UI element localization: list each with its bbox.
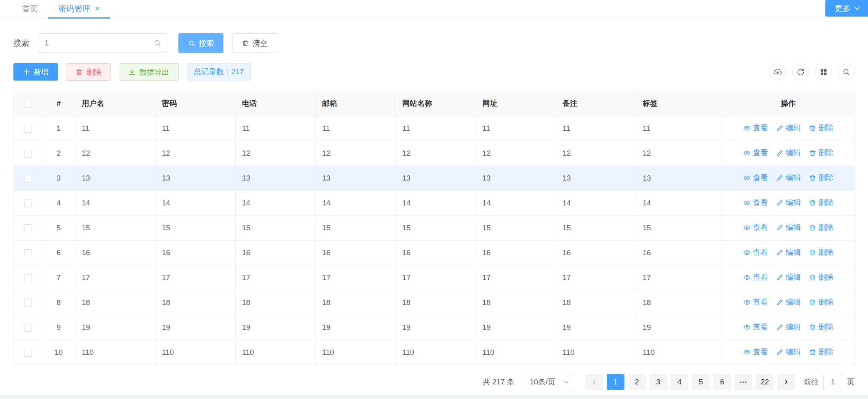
delete-button[interactable]: 删除 (66, 63, 111, 81)
tab-password-management[interactable]: 密码管理 × (48, 0, 110, 19)
view-link[interactable]: 查看 (743, 198, 768, 208)
row-cell: 17 (75, 265, 156, 290)
page-button-2[interactable]: 2 (628, 374, 646, 390)
row-checkbox[interactable] (24, 224, 32, 232)
delete-link[interactable]: 删除 (809, 297, 834, 307)
edit-link[interactable]: 编辑 (776, 247, 801, 258)
next-page-button[interactable]: › (777, 374, 795, 390)
page-button-5[interactable]: 5 (692, 374, 710, 390)
view-link[interactable]: 查看 (743, 148, 768, 158)
select-all-checkbox[interactable] (24, 100, 32, 108)
column-search-button[interactable] (838, 64, 855, 80)
delete-link[interactable]: 删除 (809, 322, 834, 332)
table-row: 31313131313131313查看编辑删除 (14, 166, 855, 191)
row-checkbox[interactable] (24, 200, 32, 207)
row-actions: 查看编辑删除 (722, 265, 855, 290)
goto-page-input[interactable] (823, 374, 842, 390)
row-checkbox[interactable] (24, 324, 32, 332)
trash-icon (809, 348, 816, 356)
view-link[interactable]: 查看 (743, 272, 768, 282)
edit-link[interactable]: 编辑 (776, 297, 801, 307)
row-cell: 18 (476, 290, 556, 315)
add-button[interactable]: 新增 (13, 63, 58, 81)
chevron-down-icon (854, 6, 860, 11)
row-index: 3 (42, 166, 75, 191)
edit-label: 编辑 (786, 148, 801, 158)
edit-link[interactable]: 编辑 (776, 222, 801, 233)
magnifier-icon (842, 68, 851, 76)
delete-link[interactable]: 删除 (809, 272, 834, 282)
row-checkbox[interactable] (24, 249, 32, 257)
tab-home[interactable]: 首页 (12, 0, 48, 19)
refresh-button[interactable] (792, 64, 809, 80)
row-cell: 14 (236, 191, 316, 216)
row-cell: 16 (316, 241, 396, 265)
eye-icon (743, 274, 751, 281)
page-button-6[interactable]: 6 (713, 374, 731, 390)
cloud-download-button[interactable] (769, 64, 786, 80)
edit-label: 编辑 (786, 322, 801, 332)
prev-page-button[interactable]: ‹ (585, 374, 603, 390)
delete-label: 删除 (819, 123, 834, 133)
main-content: 搜索 搜索 清空 (0, 33, 868, 390)
page-button-1[interactable]: 1 (607, 374, 624, 390)
delete-link[interactable]: 删除 (809, 347, 834, 357)
row-actions: 查看编辑删除 (722, 241, 855, 265)
row-checkbox[interactable] (24, 175, 32, 183)
page-size-select[interactable]: 10条/页 (524, 374, 574, 390)
view-link[interactable]: 查看 (743, 222, 768, 233)
row-select-cell (14, 141, 42, 166)
search-button[interactable]: 搜索 (178, 33, 223, 53)
edit-link[interactable]: 编辑 (776, 347, 801, 357)
view-link[interactable]: 查看 (743, 247, 768, 258)
row-checkbox[interactable] (24, 274, 32, 282)
view-link[interactable]: 查看 (743, 123, 768, 133)
row-index: 9 (42, 315, 75, 340)
edit-pencil-icon (776, 274, 784, 281)
edit-link[interactable]: 编辑 (776, 123, 801, 133)
view-link[interactable]: 查看 (743, 347, 768, 357)
row-checkbox[interactable] (24, 150, 32, 158)
edit-link[interactable]: 编辑 (776, 173, 801, 183)
page-button-3[interactable]: 3 (649, 374, 667, 390)
edit-label: 编辑 (786, 297, 801, 307)
edit-pencil-icon (776, 199, 784, 207)
row-index: 2 (42, 141, 75, 166)
view-link[interactable]: 查看 (743, 297, 768, 307)
pagination-total: 共 217 条 (483, 377, 514, 387)
close-icon[interactable]: × (95, 4, 100, 13)
view-link[interactable]: 查看 (743, 322, 768, 332)
view-label: 查看 (753, 198, 768, 208)
data-table: # 用户名 密码 电话 邮箱 网站名称 网址 备注 标签 操作 11111111… (13, 91, 855, 365)
edit-link[interactable]: 编辑 (776, 198, 801, 208)
table-row: 61616161616161616查看编辑删除 (14, 241, 855, 265)
grid-layout-button[interactable] (815, 64, 832, 80)
delete-link[interactable]: 删除 (809, 247, 834, 258)
edit-link[interactable]: 编辑 (776, 272, 801, 282)
row-cell: 17 (476, 265, 556, 290)
clear-button[interactable]: 清空 (232, 33, 277, 53)
more-pages-button[interactable]: ••• (735, 374, 752, 390)
page-button-4[interactable]: 4 (671, 374, 688, 390)
row-checkbox[interactable] (24, 299, 32, 307)
more-button[interactable]: 更多 (825, 0, 868, 17)
page-button-22[interactable]: 22 (756, 374, 774, 390)
delete-link[interactable]: 删除 (809, 222, 834, 233)
delete-link[interactable]: 删除 (809, 173, 834, 183)
row-index: 1 (42, 116, 75, 141)
delete-link[interactable]: 删除 (809, 148, 834, 158)
edit-link[interactable]: 编辑 (776, 148, 801, 158)
export-button[interactable]: 数据导出 (119, 63, 179, 81)
column-header-sitename: 网站名称 (396, 91, 476, 116)
pagination: 共 217 条 10条/页 ‹123456•••22› 前往 页 (13, 374, 855, 390)
row-checkbox[interactable] (24, 125, 32, 133)
row-cell: 110 (316, 340, 396, 365)
row-checkbox[interactable] (24, 349, 32, 357)
edit-link[interactable]: 编辑 (776, 322, 801, 332)
row-cell: 13 (556, 166, 636, 191)
delete-link[interactable]: 删除 (809, 123, 834, 133)
page-size-value: 10条/页 (530, 377, 555, 387)
view-link[interactable]: 查看 (743, 173, 768, 183)
delete-link[interactable]: 删除 (809, 198, 834, 208)
search-input[interactable] (38, 33, 167, 53)
